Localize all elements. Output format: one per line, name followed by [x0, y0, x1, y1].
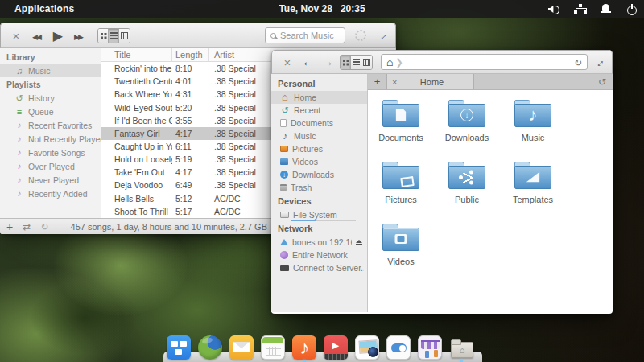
folder-icon — [382, 224, 419, 251]
home-icon[interactable] — [386, 55, 393, 69]
notifications-icon[interactable] — [600, 3, 613, 14]
sidebar-item[interactable]: Downloads — [271, 168, 367, 181]
sidebar-item[interactable]: Videos — [271, 155, 367, 168]
playlist-item[interactable]: Recently Added — [0, 187, 101, 200]
column-view-icon[interactable] — [119, 29, 130, 43]
sidebar-item[interactable]: Documents — [271, 117, 367, 130]
item-label: Connect to Server... — [293, 263, 364, 273]
network-item[interactable]: Entire Network — [271, 249, 367, 261]
applications-menu[interactable]: Applications — [14, 3, 74, 14]
folder-item[interactable]: Documents — [368, 98, 434, 160]
folder-item[interactable]: Public — [434, 160, 500, 222]
folder-label: Downloads — [445, 133, 489, 142]
network-item[interactable]: bones on 192.168.1... — [271, 236, 367, 249]
dock-item[interactable] — [449, 335, 473, 360]
grid-view-icon[interactable] — [341, 56, 351, 69]
playlist-item[interactable]: Queue — [0, 105, 101, 118]
next-button[interactable] — [70, 28, 88, 43]
list-view-icon[interactable] — [351, 56, 361, 69]
sidebar-item[interactable]: Trash — [271, 181, 367, 194]
dock-item[interactable] — [198, 335, 222, 360]
column-view-icon[interactable] — [361, 56, 372, 69]
dock-item[interactable] — [355, 335, 379, 360]
fullscreen-icon[interactable] — [590, 53, 609, 72]
sidebar-item[interactable]: Pictures — [271, 142, 367, 155]
search-input[interactable]: Search Music — [265, 27, 345, 43]
sidebar-item[interactable]: Music — [0, 64, 101, 77]
eject-icon[interactable] — [356, 240, 364, 245]
dock-item[interactable] — [261, 335, 285, 360]
song-length: 5:12 — [172, 194, 209, 204]
chevron-icon: ❯ — [395, 57, 402, 68]
tab-home[interactable]: ×Home — [387, 74, 474, 89]
item-label: Videos — [292, 157, 364, 167]
dock-icon-mail — [229, 335, 254, 360]
shuffle-icon[interactable] — [23, 221, 31, 232]
network-icon[interactable] — [574, 3, 587, 14]
folder-item[interactable]: Videos — [368, 222, 434, 284]
item-icon — [280, 119, 287, 127]
playlist-item[interactable]: Favorite Songs — [0, 146, 101, 159]
playlist-item[interactable]: Never Played — [0, 173, 101, 187]
close-icon[interactable]: × — [7, 30, 25, 42]
add-playlist-icon[interactable] — [6, 220, 13, 233]
power-icon[interactable] — [625, 3, 638, 14]
item-label: Recent — [294, 105, 364, 115]
repeat-icon[interactable] — [40, 221, 48, 232]
playlist-item[interactable]: Over Played — [0, 159, 101, 173]
playlist-item[interactable]: History — [0, 91, 101, 105]
folder-item[interactable]: Music — [500, 98, 566, 160]
dock-item[interactable] — [418, 335, 442, 360]
grid-view-icon[interactable] — [98, 29, 109, 43]
column-title[interactable]: Title — [109, 48, 172, 61]
sidebar-item[interactable]: Music — [271, 130, 367, 142]
clock[interactable]: Tue, Nov 2820:35 — [279, 3, 365, 14]
files-toolbar: × ❯ — [271, 50, 613, 74]
folder-glyph-icon — [395, 234, 407, 244]
refresh-icon[interactable] — [574, 55, 582, 69]
song-length: 3:55 — [172, 116, 209, 125]
close-icon[interactable]: × — [279, 56, 296, 68]
list-view-icon[interactable] — [109, 29, 119, 43]
dock-item[interactable] — [386, 335, 411, 360]
dock-item[interactable] — [167, 335, 191, 360]
forward-icon[interactable] — [320, 55, 335, 69]
folder-item[interactable]: Downloads — [434, 98, 500, 160]
play-button[interactable] — [49, 28, 67, 43]
history-icon[interactable] — [598, 76, 606, 88]
song-title: Deja Voodoo — [109, 180, 172, 190]
dock-icon-appcenter — [418, 335, 442, 360]
network-item[interactable]: Connect to Server... — [271, 261, 367, 274]
dock-item[interactable] — [292, 335, 316, 360]
item-label: Queue — [28, 107, 54, 117]
sidebar-item[interactable]: Home — [271, 91, 367, 104]
tab-close-icon[interactable]: × — [392, 77, 403, 87]
fullscreen-icon[interactable] — [374, 27, 392, 45]
item-label: bones on 192.168.1... — [292, 237, 352, 247]
playlist-item[interactable]: Not Recently Played — [0, 132, 101, 146]
sidebar-item[interactable]: Recent — [271, 104, 367, 117]
song-length: 5:19 — [172, 154, 209, 164]
song-title: Hells Bells — [109, 194, 172, 204]
song-title: Take 'Em Out — [109, 167, 172, 177]
column-length[interactable]: Length — [172, 48, 209, 61]
folder-item[interactable]: Pictures — [368, 160, 434, 222]
dock-item[interactable] — [229, 335, 254, 360]
path-bar[interactable]: ❯ — [381, 54, 588, 70]
device-item[interactable]: File System — [271, 208, 367, 221]
gear-icon[interactable] — [355, 30, 366, 41]
folder-item[interactable]: Templates — [500, 160, 566, 222]
folder-glyph-icon — [396, 109, 407, 121]
folder-label: Music — [522, 133, 545, 142]
new-tab-button[interactable]: + — [368, 74, 387, 89]
volume-icon[interactable] — [548, 3, 561, 14]
song-title: Hold on Loosely — [109, 154, 172, 164]
folder-icon — [382, 100, 419, 127]
dock-icon-videos — [324, 335, 348, 360]
item-icon — [280, 131, 290, 141]
playlist-item[interactable]: Recent Favorites — [0, 118, 101, 132]
back-icon[interactable] — [301, 55, 316, 69]
previous-button[interactable] — [28, 28, 46, 43]
item-label: Music — [294, 131, 364, 141]
dock-item[interactable] — [324, 335, 348, 360]
